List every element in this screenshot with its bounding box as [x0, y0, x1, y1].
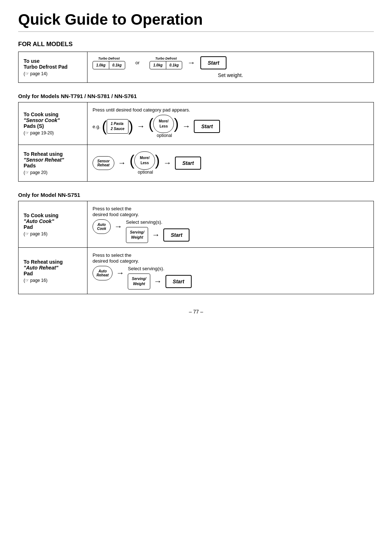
turbo-start-button[interactable]: Start [200, 56, 226, 69]
food1: 1 Pasta [111, 122, 123, 126]
sensor-reheat-left: To Reheat using "Sensor Reheat" Pads (☞ … [19, 145, 87, 182]
serving-weight-button[interactable]: Serving/ Weight [126, 227, 148, 243]
auto-reheat-press2: desired food category. [93, 258, 139, 264]
sensor-cook-label1: To Cook using [24, 112, 82, 117]
sensor-reheat-start[interactable]: Start [175, 157, 201, 170]
arrow-2: → [187, 58, 195, 68]
auto-reheat-pad-label2: Reheat [97, 273, 109, 277]
sensor-cook-start[interactable]: Start [194, 120, 220, 133]
section-s751: Only for Model NN-S751 To Cook using "Au… [18, 192, 374, 294]
arrow-5: → [118, 158, 126, 168]
s751-heading: Only for Model NN-S751 [18, 192, 374, 198]
reheat-serving-weight-button[interactable]: Serving/ Weight [128, 274, 150, 289]
sensor-cook-page: (☞ page 19-20) [24, 130, 82, 135]
sensor-cook-label3: Pads (S) [24, 123, 82, 129]
auto-reheat-select-servings: Select serving(s). [128, 266, 191, 271]
right-paren: ) [128, 119, 133, 134]
auto-reheat-press1: Press to select the [93, 252, 131, 258]
sensor-cook-left: To Cook using "Sensor Cook" Pads (S) (☞ … [19, 102, 87, 145]
sensor-reheat-label3: Pads [24, 163, 82, 169]
reheat-more-less-group: ( More/ Less ) optional [130, 151, 160, 175]
auto-cook-flow: Press to select the desired food categor… [87, 201, 374, 248]
turbo-pad-label: Turbo Defrost Pad [24, 64, 82, 70]
auto-cook-pad-label1: Auto [98, 223, 106, 227]
serving-label1: Serving/ [130, 230, 144, 234]
arrow-7: → [114, 222, 122, 231]
page-number: – 77 – [18, 309, 374, 315]
section-all-models: FOR ALL MODELS To use Turbo Defrost Pad … [18, 41, 374, 83]
reheat-more-less-button[interactable]: More/ Less [134, 151, 155, 170]
page-title: Quick Guide to Operation [18, 11, 374, 32]
reheat-serving-label2: Weight [133, 282, 145, 286]
turbo-defrost-left-cell: To use Turbo Defrost Pad (☞ page 14) [19, 52, 87, 83]
serving-label2: Weight [131, 235, 143, 239]
more-less-line2: Less [159, 124, 168, 128]
more-less-button[interactable]: More/ Less [153, 115, 174, 133]
reheat-more-less-line1: More/ [140, 156, 150, 160]
food-pad-paren: ( 1 Pasta 2 Sauce ) [102, 119, 133, 134]
sensor-reheat-flow-row: Sensor Reheat → ( More/ Less ) [93, 151, 368, 175]
reheat-more-less-line2: Less [140, 161, 149, 165]
more-less-paren: ( More/ Less ) [148, 115, 179, 133]
auto-reheat-label2: "Auto Reheat" [24, 265, 82, 271]
turbo-defrost-flow-cell: Turbo Defrost 1.0kg 0.1kg or Turbo Defro… [87, 52, 374, 83]
arrow-3: → [137, 122, 145, 131]
optional-label: optional [157, 133, 172, 138]
reheat-more-less-paren: ( More/ Less ) [130, 151, 160, 170]
right-paren-2: ) [174, 117, 179, 131]
reheat-serving-label1: Serving/ [132, 277, 146, 281]
auto-reheat-pad-label1: Auto [98, 269, 107, 273]
sensor-reheat-label2: "Sensor Reheat" [24, 157, 82, 163]
turbo-page-ref: (☞ page 14) [24, 71, 82, 76]
arrow-9: → [116, 268, 124, 278]
sensor-cook-table: To Cook using "Sensor Cook" Pads (S) (☞ … [18, 102, 374, 182]
turbo-weight2b: 0.1kg [166, 61, 182, 69]
food2: 2 Sauce [111, 127, 124, 131]
sensor-cook-press-text: Press until desired food category pad ap… [93, 107, 190, 113]
sensor-reheat-flow: Sensor Reheat → ( More/ Less ) [87, 145, 374, 182]
auto-cook-label2: "Auto Cook" [24, 218, 82, 224]
auto-cook-page: (☞ page 16) [24, 231, 82, 236]
auto-reheat-page: (☞ page 16) [24, 278, 82, 283]
auto-cook-pad[interactable]: Auto Cook [93, 219, 111, 234]
arrow-4: → [182, 122, 190, 131]
auto-reheat-pad[interactable]: Auto Reheat [93, 266, 113, 280]
more-less-line1: More/ [159, 119, 168, 123]
sensor-reheat-label1: To Reheat using [24, 151, 82, 157]
set-weight-text: Set weight. [93, 72, 368, 78]
turbo-defrost-table: To use Turbo Defrost Pad (☞ page 14) Tur… [18, 52, 374, 83]
sensor-cook-label2: "Sensor Cook" [24, 117, 82, 123]
auto-cook-press1: Press to select the [93, 206, 131, 211]
auto-reheat-flow: Press to select the desired food categor… [87, 248, 374, 294]
turbo-defrost-pad-1: Turbo Defrost 1.0kg 0.1kg [93, 57, 125, 69]
arrow-8: → [152, 230, 160, 240]
eg-label: e.g. [93, 124, 101, 129]
auto-cook-label1: To Cook using [24, 212, 82, 218]
more-less-group: ( More/ Less ) optional [148, 115, 179, 138]
auto-cook-pad-label2: Cook [97, 227, 106, 231]
turbo-defrost-pad-2: Turbo Defrost 1.0kg 0.1kg [150, 57, 182, 69]
section-t791: Only for Models NN-T791 / NN-S781 / NN-S… [18, 93, 374, 182]
auto-cook-left: To Cook using "Auto Cook" Pad (☞ page 16… [19, 201, 87, 248]
auto-reheat-start[interactable]: Start [166, 275, 192, 288]
sensor-reheat-pad-label1: Sensor [97, 159, 110, 163]
left-paren: ( [102, 119, 107, 134]
auto-reheat-label1: To Reheat using [24, 259, 82, 265]
arrow-6: → [163, 158, 171, 168]
auto-cook-start[interactable]: Start [163, 228, 189, 242]
auto-reheat-left: To Reheat using "Auto Reheat" Pad (☞ pag… [19, 248, 87, 294]
left-paren-2: ( [148, 117, 153, 131]
for-all-models-heading: FOR ALL MODELS [18, 41, 374, 48]
reheat-optional-label: optional [138, 170, 153, 175]
auto-cook-label3: Pad [24, 224, 82, 230]
sensor-cook-flow: Press until desired food category pad ap… [87, 102, 374, 145]
turbo-weight1: 1.0kg [93, 61, 109, 69]
turbo-use-label: To use [24, 58, 82, 64]
food-pad: 1 Pasta 2 Sauce [107, 119, 128, 134]
auto-reheat-label3: Pad [24, 271, 82, 276]
left-paren-3: ( [130, 153, 134, 168]
sensor-reheat-pad[interactable]: Sensor Reheat [93, 156, 114, 170]
auto-cook-select-servings: Select serving(s). [126, 219, 189, 225]
arrow-10: → [154, 277, 162, 286]
right-paren-3: ) [155, 153, 160, 168]
